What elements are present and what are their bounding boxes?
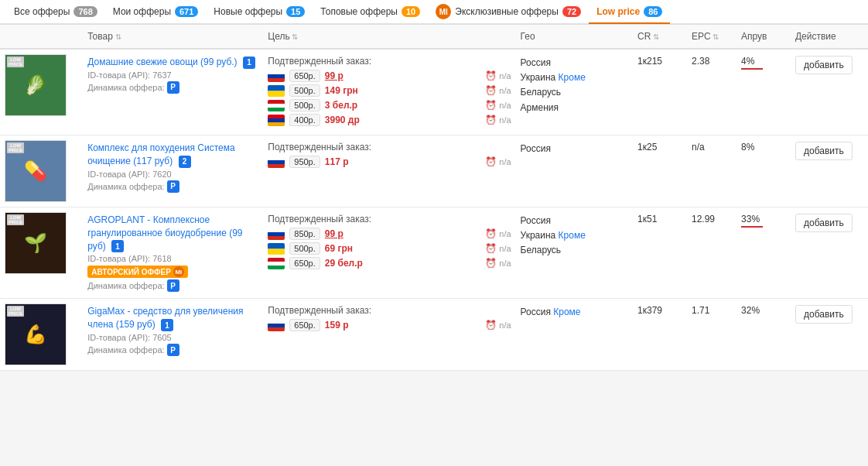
na-text: n/a [499, 115, 511, 125]
offer-type: Подтвержденный заказ: [268, 214, 511, 224]
clock-icon: ⏰ [485, 258, 497, 269]
svg-rect-9 [268, 118, 285, 122]
cr-cell: 1к379 [633, 299, 687, 371]
cr-value: 1к379 [637, 305, 662, 316]
badge-p: P [167, 344, 179, 356]
offer-type: Подтвержденный заказ: [268, 305, 511, 316]
svg-rect-20 [268, 262, 285, 266]
tab-badge: 10 [402, 6, 420, 17]
clock-icon: ⏰ [485, 70, 497, 81]
tab-badge: 671 [175, 6, 198, 17]
approv-cell: 4% [736, 49, 791, 135]
geo-cell: РоссияУкраина КромеБеларусь [516, 207, 633, 299]
flag-ru [268, 320, 285, 331]
th-col-1[interactable]: Цель [263, 25, 515, 49]
geo-link[interactable]: Кроме [559, 72, 586, 83]
geo-link[interactable]: Кроме [559, 230, 586, 241]
add-button[interactable]: добавить [795, 214, 853, 232]
epc-value: 1.71 [692, 305, 709, 316]
table-body: 🥬 LOWPRICE Домашние свежие овощи (99 руб… [0, 49, 868, 371]
clock-icon: ⏰ [485, 228, 497, 239]
price-label: 500р. [289, 84, 320, 97]
cr-cell: 1к25 [633, 135, 687, 207]
product-dynamic: Динамика оффера: P [87, 279, 258, 292]
epc-cell: 2.38 [687, 49, 736, 135]
badge-p: P [167, 180, 179, 193]
badge-p: P [167, 279, 179, 292]
th-img-col [0, 25, 83, 49]
table-row: 💊 LOWPRICE Комплекс для похудения Систем… [0, 135, 868, 207]
svg-rect-16 [268, 236, 285, 240]
svg-rect-24 [268, 327, 285, 331]
geo-item: Беларусь [521, 85, 628, 100]
price-payout: 29 бел.р [325, 258, 363, 269]
approv-value: 32% [741, 305, 760, 316]
product-badge-num: 2 [179, 156, 191, 168]
author-mi-icon: MI [173, 266, 184, 277]
tab-badge: 86 [644, 6, 662, 17]
tab-new[interactable]: Новые офферы15 [206, 1, 313, 24]
tab-badge: 768 [73, 6, 97, 17]
clock-icon: ⏰ [485, 85, 497, 96]
product-thumbnail: 💊 LOWPRICE [5, 140, 67, 202]
na-text: n/a [499, 259, 511, 268]
price-label: 650р. [289, 257, 320, 269]
tab-mine[interactable]: Мои офферы671 [105, 1, 207, 24]
tab-exclusive[interactable]: MIЭксклюзивные офферы72 [428, 1, 589, 24]
svg-rect-13 [268, 164, 285, 168]
tab-label: Low price [596, 6, 640, 17]
na-text: n/a [499, 101, 511, 110]
na-text: n/a [499, 71, 511, 81]
price-row: 650р. 29 бел.р ⏰ n/a [268, 257, 511, 269]
epc-cell: n/a [687, 135, 736, 207]
product-name-link[interactable]: Домашние свежие овощи (99 руб.) [87, 57, 237, 67]
th-col-4[interactable]: EPC [687, 25, 736, 49]
price-row: 850р. 99 р ⏰ n/a [268, 228, 511, 240]
add-button[interactable]: добавить [795, 305, 853, 324]
price-label: 650р. [289, 319, 320, 331]
product-dynamic: Динамика оффера: P [87, 344, 258, 356]
geo-item: Украина Кроме [521, 70, 628, 85]
flag-ru [268, 228, 285, 240]
price-payout: 3 бел.р [325, 100, 357, 111]
th-col-3[interactable]: CR [633, 25, 687, 49]
svg-rect-14 [268, 228, 285, 232]
tab-lowprice[interactable]: Low price86 [589, 1, 670, 24]
tabs-bar: Все офферы768Мои офферы671Новые офферы15… [0, 0, 868, 25]
price-payout: 3990 др [325, 115, 360, 125]
action-cell: добавить [791, 49, 868, 135]
product-id: ID-товара (API): 7637 [87, 70, 258, 80]
table-wrap: ТоварЦельГеоCREPCАпрувДействие 🥬 LOWPRIC… [0, 25, 868, 371]
add-button[interactable]: добавить [795, 56, 853, 74]
clock-icon: ⏰ [485, 100, 497, 111]
tab-badge: 15 [286, 6, 305, 17]
tab-label: Мои офферы [113, 6, 171, 17]
th-col-0[interactable]: Товар [83, 25, 263, 49]
action-cell: добавить [791, 299, 868, 371]
approv-cell: 8% [736, 135, 791, 207]
tab-label: Топовые офферы [320, 6, 398, 17]
svg-rect-1 [268, 74, 285, 78]
product-name-link[interactable]: Комплекс для похудения Система очищение … [87, 142, 234, 166]
svg-rect-0 [268, 70, 285, 74]
svg-rect-21 [268, 266, 285, 269]
approv-value: 33% [741, 214, 760, 224]
price-row: 650р. 99 р ⏰ n/a [268, 70, 511, 82]
cr-cell: 1к215 [633, 49, 687, 135]
geo-item: Беларусь [521, 243, 628, 258]
tab-label: Новые офферы [214, 6, 282, 17]
tab-top[interactable]: Топовые офферы10 [313, 1, 428, 24]
offer-cell: Подтвержденный заказ: 850р. 99 р ⏰ n/a 5… [263, 207, 515, 299]
offer-type: Подтвержденный заказ: [268, 142, 511, 152]
product-id: ID-товара (API): 7618 [87, 254, 258, 263]
tab-all[interactable]: Все офферы768 [6, 1, 105, 24]
add-button[interactable]: добавить [795, 142, 853, 160]
product-info-cell: Комплекс для похудения Система очищение … [83, 135, 263, 207]
epc-cell: 1.71 [687, 299, 736, 371]
na-text: n/a [499, 320, 511, 330]
tab-badge: 72 [562, 6, 581, 17]
offer-cell: Подтвержденный заказ: 650р. 159 р ⏰ n/a [263, 299, 515, 371]
geo-link[interactable]: Кроме [553, 307, 580, 317]
geo-cell: Россия Кроме [516, 299, 633, 371]
geo-item: Россия [521, 56, 628, 70]
